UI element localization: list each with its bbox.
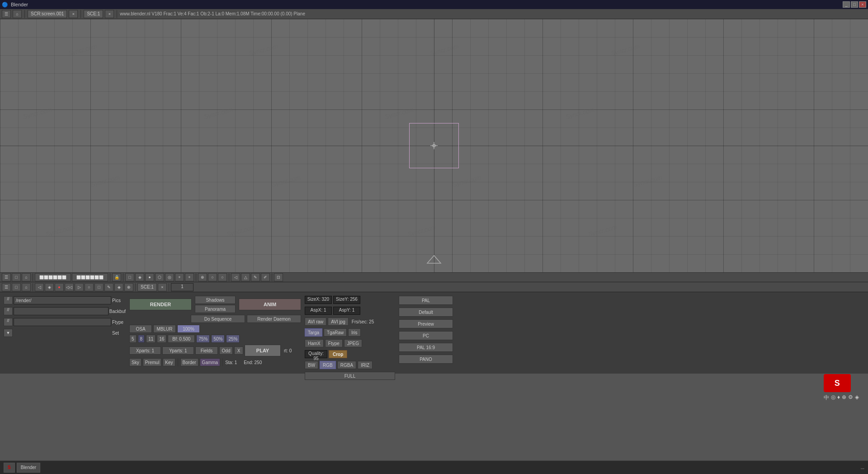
ftype-path-input[interactable] [14,318,111,326]
prop-btn2[interactable]: ○ [218,273,227,281]
set-arrow[interactable]: ▼ [4,329,13,337]
pc-preset-btn[interactable]: PC [399,331,453,340]
pct-100-button[interactable]: 100% [177,325,200,333]
start-button[interactable]: S [4,463,15,473]
mode-btn2[interactable]: ◈ [135,273,144,281]
xparts-button[interactable]: Xparts: 1 [129,346,161,355]
default-preset-btn[interactable]: Default [399,308,453,317]
timeline-type-btn[interactable]: □ [12,283,21,291]
tray-icon-4[interactable]: ⊕ [842,394,846,402]
mode-btn5[interactable]: ◎ [165,273,174,281]
scene-select2[interactable]: SCE:1 [137,283,157,291]
iris-btn[interactable]: Iris [348,328,360,337]
osa-8-btn[interactable]: 8 [138,335,145,343]
odd-button[interactable]: Odd [219,346,233,355]
mode-btn3[interactable]: ● [145,273,154,281]
render-button[interactable]: RENDER [129,299,192,310]
minimize-button[interactable]: _ [843,1,850,8]
snap-btn[interactable]: ⊕ [198,273,207,281]
play-rev-btn[interactable]: ◁◁ [65,283,74,291]
tray-icon-2[interactable]: ◎ [831,394,835,402]
ftype-arrow[interactable]: // [4,318,13,326]
tray-icon-1[interactable]: 中 [824,394,829,402]
x-button[interactable]: X [234,346,243,355]
aspx-field[interactable]: AspX: 1 [305,307,332,315]
mblur-button[interactable]: MBLUR [153,325,176,333]
mode-btn4[interactable]: ⬡ [155,273,164,281]
close-button[interactable]: × [859,1,866,8]
keyframe-prev-btn[interactable]: ◁ [35,283,44,291]
jpeg-btn[interactable]: JPEG [344,339,362,347]
keyframe-select-btn[interactable]: ◈ [45,283,54,291]
edit-btn4[interactable]: ✐ [261,273,270,281]
border-button[interactable]: Border [180,358,198,366]
tray-icon-6[interactable]: ◈ [855,394,859,402]
edit-btn3[interactable]: ✎ [251,273,260,281]
osa-bf-btn[interactable]: Bf: 0.500 [168,335,195,343]
lock-btn[interactable]: 🔒 [112,273,121,281]
do-sequence-button[interactable]: Do Sequence [191,315,245,323]
rgb-btn[interactable]: RGB [320,361,336,369]
filepath-arrow[interactable]: // [4,296,13,304]
edit-btn2[interactable]: △ [241,273,250,281]
play-fwd-btn[interactable]: ▷ [75,283,84,291]
marker-btn[interactable]: ◈ [114,283,123,291]
mode-btn1[interactable]: □ [125,273,134,281]
menu-icon[interactable]: ☰ [2,10,11,18]
object-menu-btn[interactable]: ⌂ [22,273,31,281]
osa-button[interactable]: OSA [129,325,152,333]
record-btn[interactable]: ● [55,283,64,291]
view-menu-btn[interactable]: ☰ [2,273,11,281]
yparts-button[interactable]: Yparts: 1 [162,346,194,355]
pct-25-btn[interactable]: 25% [226,335,240,343]
maximize-button[interactable]: □ [851,1,858,8]
render-daemon-button[interactable]: Render Daemon [247,315,301,323]
ftype2-btn[interactable]: Ftype [325,339,343,347]
tray-icon-5[interactable]: ⚙ [848,394,853,402]
timeline-home-btn[interactable]: ⌂ [22,283,31,291]
stop-btn[interactable]: ○ [85,283,94,291]
close-screen-btn[interactable]: × [69,10,78,18]
preview-preset-btn[interactable]: Preview [399,319,453,328]
home-icon[interactable]: ⌂ [13,10,22,18]
avijpg-btn[interactable]: AVI jpg [328,318,349,326]
aspy-field[interactable]: AspY: 1 [333,307,360,315]
close-scene2-btn[interactable]: × [158,283,167,291]
prop-btn[interactable]: ○ [208,273,217,281]
crop-button[interactable]: Crop [329,350,347,358]
iriz-btn[interactable]: IRIZ [358,361,373,369]
pct-50-btn[interactable]: 50% [211,335,225,343]
sky-button[interactable]: Sky [129,358,142,366]
sizex-field[interactable]: SizeX: 320 [305,296,332,304]
frame-number-input[interactable]: 1 [171,283,193,291]
play-button[interactable]: PLAY [245,345,281,356]
view-persp-btn[interactable]: ⬜⬜⬜⬜⬜⬜ [35,273,71,281]
scene-selector[interactable]: SCE:1 [84,10,103,18]
pal169-preset-btn[interactable]: PAL 16:9 [399,343,453,352]
mode-btn6[interactable]: + [175,273,184,281]
backbuf-arrow[interactable]: // [4,307,13,315]
loop-btn[interactable]: □ [94,283,104,291]
hamx-btn[interactable]: HamX [305,339,324,347]
edit-btn1[interactable]: ◁ [231,273,240,281]
osa-16-btn[interactable]: 16 [157,335,166,343]
fields-button[interactable]: Fields [195,346,218,355]
select-menu-btn[interactable]: □ [12,273,21,281]
mode-btn7[interactable]: + [185,273,194,281]
view-persp-btn2[interactable]: ⬜⬜⬜⬜⬜⬜ [72,273,108,281]
pal-preset-btn[interactable]: PAL [399,296,453,305]
3d-viewport[interactable]: Syncr.com Syncr.com Syncr.com Syncr.com … [0,19,868,272]
anim-button[interactable]: ANIM [239,299,301,310]
osa-5-btn[interactable]: 5 [129,335,137,343]
pct-75-btn[interactable]: 75% [196,335,210,343]
tray-icon-3[interactable]: ♦ [837,394,840,402]
bw-btn[interactable]: BW [305,361,318,369]
timeline-menu-btn[interactable]: ☰ [2,283,11,291]
targa-btn[interactable]: Targa [305,328,322,337]
taskbar-blender[interactable]: Blender [17,463,40,473]
rgba-btn[interactable]: RGBA [337,361,356,369]
console-btn[interactable]: ⊡ [274,273,283,281]
anim-btn[interactable]: ✎ [104,283,113,291]
key-button[interactable]: Key [163,358,175,366]
close-scene-btn[interactable]: × [105,10,114,18]
